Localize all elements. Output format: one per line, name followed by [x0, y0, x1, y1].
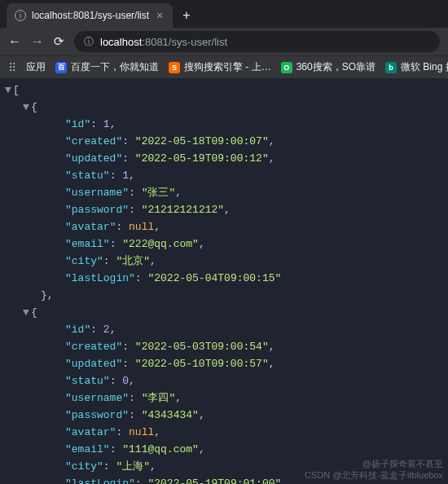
- bookmark-favicon: 百: [55, 62, 67, 73]
- close-icon[interactable]: ×: [155, 9, 165, 22]
- json-line: "created": "2022-05-03T09:00:54",: [5, 338, 443, 355]
- site-info-icon[interactable]: ⓘ: [84, 35, 94, 49]
- json-line: "username": "张三",: [5, 184, 443, 201]
- bookmark-favicon: S: [169, 62, 180, 73]
- json-line: },: [5, 287, 443, 304]
- json-line: "email": "222@qq.com",: [5, 235, 443, 253]
- json-line: "id": 1,: [5, 116, 443, 133]
- json-line: ▼[: [5, 81, 443, 99]
- json-line: "updated": "2022-05-10T09:00:57",: [5, 355, 443, 372]
- json-line: "id": 2,: [5, 321, 443, 338]
- json-line: ▼{: [5, 99, 443, 116]
- json-line: "password": "21212121212",: [5, 201, 443, 218]
- json-line: "created": "2022-05-18T09:00:07",: [5, 133, 443, 150]
- bookmark-label: 360搜索，SO靠谱: [296, 60, 376, 74]
- json-line: "email": "111@qq.com",: [5, 441, 443, 458]
- tab-strip: i localhost:8081/sys-user/list × +: [0, 0, 448, 28]
- json-line: "password": "4343434",: [5, 407, 443, 424]
- json-line: ▼{: [5, 304, 443, 321]
- json-line: "statu": 0,: [5, 372, 443, 389]
- bookmark-item[interactable]: S搜狗搜索引擎 - 上…: [169, 60, 271, 74]
- bookmark-label: 搜狗搜索引擎 - 上…: [184, 60, 271, 74]
- json-line: "username": "李四",: [5, 389, 443, 407]
- globe-icon: i: [15, 10, 26, 21]
- address-bar[interactable]: ⓘ localhost:8081/sys-user/list: [74, 31, 440, 52]
- browser-toolbar: ← → ⟳ ⓘ localhost:8081/sys-user/list: [0, 28, 448, 55]
- url-text: localhost:8081/sys-user/list: [100, 36, 227, 48]
- json-line: "avatar": null,: [5, 424, 443, 441]
- new-tab-button[interactable]: +: [173, 3, 200, 28]
- apps-label[interactable]: 应用: [26, 60, 46, 74]
- bookmarks-bar: ⠿ 应用 百百度一下，你就知道S搜狗搜索引擎 - 上…O360搜索，SO靠谱b微…: [0, 55, 448, 78]
- bookmark-item[interactable]: O360搜索，SO靠谱: [281, 60, 376, 74]
- watermark: @扬子探奇装不甚至 CSDN @北芳科技-蓝盒子itbluebox: [305, 458, 443, 481]
- json-line: "updated": "2022-05-19T09:00:12",: [5, 150, 443, 167]
- json-response-viewer: ▼[▼{"id": 1,"created": "2022-05-18T09:00…: [0, 78, 448, 484]
- browser-tab[interactable]: i localhost:8081/sys-user/list ×: [7, 3, 173, 28]
- json-line: "avatar": null,: [5, 218, 443, 235]
- reload-button[interactable]: ⟳: [54, 34, 64, 49]
- bookmark-label: 百度一下，你就知道: [71, 60, 159, 74]
- bookmark-item[interactable]: b微软 Bing 搜索 -…: [385, 60, 448, 74]
- back-button[interactable]: ←: [8, 34, 21, 49]
- bookmark-item[interactable]: 百百度一下，你就知道: [55, 60, 159, 74]
- json-line: "lastLogin": "2022-05-04T09:00:15": [5, 270, 443, 287]
- bookmark-favicon: b: [385, 62, 397, 73]
- bookmark-label: 微软 Bing 搜索 -…: [401, 60, 448, 74]
- forward-button: →: [31, 34, 44, 49]
- json-line: "statu": 1,: [5, 167, 443, 184]
- json-line: "city": "北京",: [5, 253, 443, 270]
- tab-title: localhost:8081/sys-user/list: [32, 10, 149, 21]
- apps-icon[interactable]: ⠿: [8, 61, 16, 74]
- bookmark-favicon: O: [281, 62, 292, 73]
